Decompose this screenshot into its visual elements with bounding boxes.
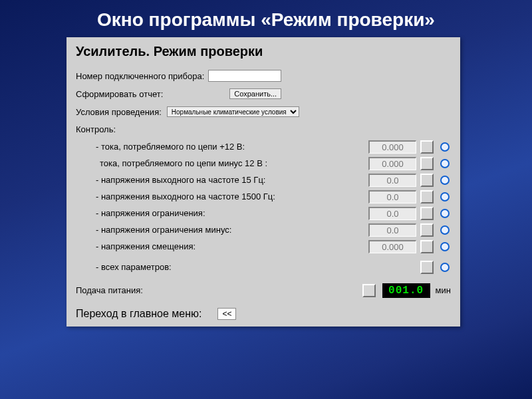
all-params-button[interactable] <box>420 261 434 274</box>
control-label: - напряжения выходного на частоте 1500 Г… <box>76 192 295 201</box>
control-value: 0.000 <box>368 157 416 170</box>
device-number-row: Номер подключенного прибора: <box>76 68 451 83</box>
control-row: - напряжения ограничения минус:0.0 <box>76 221 451 238</box>
all-params-row: - всех параметров: <box>76 259 451 275</box>
control-heading: Контроль: <box>76 124 451 134</box>
conditions-row: Условия проведения: Нормальные климатиче… <box>76 104 451 119</box>
slide-title: Окно программы «Режим проверки» <box>0 0 532 37</box>
control-led <box>440 176 450 185</box>
power-label: Подача питания: <box>76 285 295 295</box>
control-row: - тока, потребляемого по цепи +12 В:0.00… <box>76 138 451 155</box>
control-value: 0.0 <box>368 223 416 237</box>
power-unit: мин <box>436 285 451 295</box>
control-value: 0.0 <box>368 207 416 220</box>
control-row: - напряжения смещения:0.000 <box>76 238 451 255</box>
control-led <box>440 159 450 168</box>
power-button[interactable] <box>362 284 376 297</box>
device-number-label: Номер подключенного прибора: <box>76 71 204 81</box>
control-row: - напряжения ограничения:0.0 <box>76 205 451 221</box>
control-row: тока, потребляемого по цепи минус 12 В :… <box>76 155 451 172</box>
control-run-button[interactable] <box>420 240 434 253</box>
report-label: Сформировать отчет: <box>76 89 163 99</box>
control-value: 0.0 <box>368 190 416 203</box>
control-label: - напряжения смещения: <box>76 241 295 251</box>
control-value: 0.0 <box>368 174 416 187</box>
control-run-button[interactable] <box>420 140 434 154</box>
control-run-button[interactable] <box>420 223 434 237</box>
control-label: тока, потребляемого по цепи минус 12 В : <box>76 158 295 168</box>
control-label: - напряжения ограничения минус: <box>76 225 295 235</box>
conditions-dropdown[interactable]: Нормальные климатические условия <box>167 106 299 117</box>
app-window: Усилитель. Режим проверки Номер подключе… <box>66 37 460 327</box>
save-button[interactable]: Сохранить... <box>229 88 281 99</box>
back-row: Переход в главное меню: << <box>76 308 451 320</box>
all-params-label: - всех параметров: <box>76 262 295 272</box>
control-led <box>440 209 450 218</box>
control-run-button[interactable] <box>420 174 434 187</box>
control-run-button[interactable] <box>420 157 434 170</box>
back-button[interactable]: << <box>217 308 236 320</box>
report-row: Сформировать отчет: Сохранить... <box>76 86 451 101</box>
control-row: - напряжения выходного на частоте 1500 Г… <box>76 188 451 205</box>
control-led <box>440 242 450 251</box>
control-run-button[interactable] <box>420 190 434 203</box>
power-display: 001.0 <box>382 283 430 298</box>
control-value: 0.000 <box>368 140 416 154</box>
control-run-button[interactable] <box>420 207 434 220</box>
power-row: Подача питания: 001.0 мин <box>76 282 451 299</box>
control-row: - напряжения выходного на частоте 15 Гц:… <box>76 172 451 188</box>
control-led <box>440 142 450 152</box>
conditions-label: Условия проведения: <box>76 107 162 117</box>
app-title: Усилитель. Режим проверки <box>76 44 451 59</box>
control-led <box>440 192 450 201</box>
all-params-led <box>440 263 450 272</box>
control-label: - напряжения ограничения: <box>76 208 295 218</box>
control-value: 0.000 <box>368 240 416 253</box>
device-number-input[interactable] <box>208 70 281 82</box>
control-label: - тока, потребляемого по цепи +12 В: <box>76 142 295 152</box>
back-label: Переход в главное меню: <box>76 308 201 320</box>
control-led <box>440 225 450 235</box>
control-label: - напряжения выходного на частоте 15 Гц: <box>76 175 295 185</box>
